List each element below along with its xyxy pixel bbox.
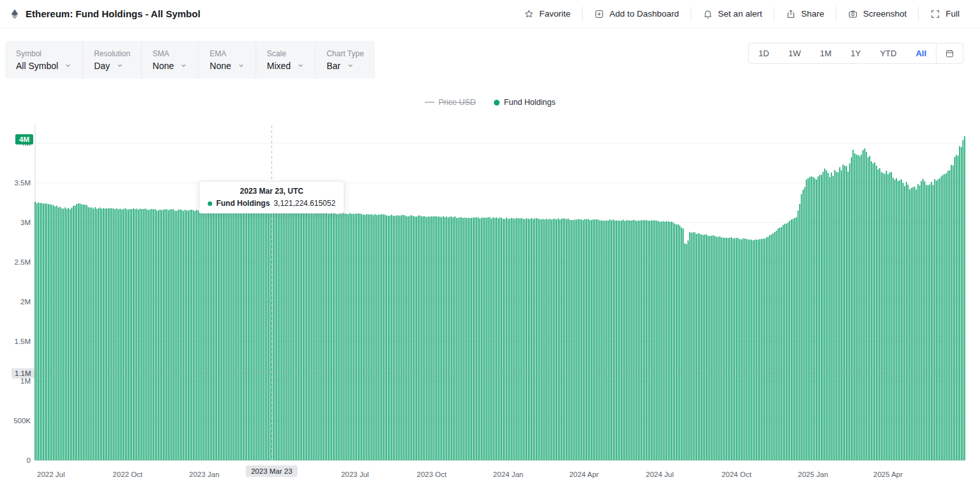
chevron-down-icon [238,62,245,69]
fund-holdings-chart-canvas[interactable] [0,121,980,470]
dropdown-resolution-label: Resolution [94,49,130,58]
legend-label-price-usd: Price USD [439,98,476,107]
x-axis-tick: 2024 Apr [569,471,599,478]
header-actions: Favorite Add to Dashboard Set an alert S… [512,6,971,22]
bell-icon [703,9,713,19]
camera-icon [848,9,858,19]
set-alert-label: Set an alert [718,9,762,19]
dropdown-scale[interactable]: Scale Mixed [256,41,315,79]
chevron-down-icon [65,62,72,69]
dropdown-chart-type-label: Chart Type [326,49,364,58]
share-button[interactable]: Share [774,6,836,22]
screenshot-button[interactable]: Screenshot [836,6,918,22]
tooltip-date: 2023 Mar 23, UTC [208,187,335,196]
screenshot-label: Screenshot [863,9,907,19]
dashboard-add-icon [594,9,604,19]
y-axis-tick: 3.5M [0,179,31,187]
range-button-1w[interactable]: 1W [779,43,811,63]
dropdown-scale-value: Mixed [267,61,291,71]
add-to-dashboard-label: Add to Dashboard [609,9,679,19]
range-button-1y[interactable]: 1Y [841,43,870,63]
x-axis-tick: 2025 Apr [873,471,903,478]
range-selector: 1D 1W 1M 1Y YTD All [748,43,963,64]
tooltip-series-dot-icon [208,201,212,206]
chevron-down-icon [347,62,354,69]
x-axis-tick: 2024 Oct [721,471,751,478]
calendar-icon [945,49,954,58]
dropdown-symbol-label: Symbol [16,49,72,58]
dropdown-chart-type[interactable]: Chart Type Bar [315,41,374,79]
range-button-1d[interactable]: 1D [749,43,779,63]
x-axis-tick: 2023 Jul [341,471,369,478]
dropdown-sma[interactable]: SMA None [141,41,198,79]
set-alert-button[interactable]: Set an alert [691,6,774,22]
x-axis-tick: 2023 Jan [189,471,219,478]
favorite-button[interactable]: Favorite [512,6,582,22]
dropdown-symbol-value: All Symbol [16,61,58,71]
range-button-ytd[interactable]: YTD [870,43,906,63]
y-axis-tick: 1M [0,377,31,385]
chevron-down-icon [116,62,123,69]
price-level-badge: 1.1M [11,368,34,379]
chevron-down-icon [297,62,304,69]
tooltip-value: 3,121,224.615052 [273,199,335,208]
x-axis-tick: 2024 Jan [493,471,523,478]
add-to-dashboard-button[interactable]: Add to Dashboard [582,6,691,22]
full-label: Full [946,9,960,19]
full-button[interactable]: Full [918,6,971,22]
range-button-all[interactable]: All [906,43,936,63]
dropdown-sma-label: SMA [153,49,187,58]
page-header: Ethereum: Fund Holdings - All Symbol Fav… [0,0,980,28]
chart-legend: Price USD Fund Holdings [0,98,980,107]
legend-item-fund-holdings[interactable]: Fund Holdings [494,98,556,107]
chart-area: 4M 1.1M 2023 Mar 23 2023 Mar 23, UTC Fun… [0,121,980,484]
dropdown-resolution-value: Day [94,61,110,71]
chart-tooltip: 2023 Mar 23, UTC Fund Holdings 3,121,224… [199,181,344,214]
line-marker-icon [425,102,434,103]
x-axis-tick: 2023 Oct [417,471,447,478]
x-axis-tick: 2024 Jul [646,471,673,478]
dropdown-resolution[interactable]: Resolution Day [82,41,141,79]
y-axis-tick: 500K [0,417,31,425]
calendar-button[interactable] [936,43,963,63]
chevron-down-icon [180,62,187,69]
chart-controls: Symbol All Symbol Resolution Day SMA Non… [5,41,375,79]
dropdown-ema[interactable]: EMA None [198,41,255,79]
y-axis-tick: 0 [0,457,31,464]
x-axis-tick: 2022 Oct [112,471,142,478]
x-axis-tick: 2022 Jul [37,471,65,478]
dropdown-ema-value: None [210,61,231,71]
last-value-badge: 4M [15,134,33,144]
ethereum-icon [9,8,20,20]
bars-series-fund-holdings [34,136,965,460]
dropdown-chart-type-value: Bar [326,61,341,71]
share-label: Share [801,9,824,19]
y-axis-tick: 1.5M [0,338,31,345]
dropdown-ema-label: EMA [210,49,244,58]
page-title: Ethereum: Fund Holdings - All Symbol [26,8,201,19]
range-button-1m[interactable]: 1M [810,43,841,63]
star-icon [524,9,534,19]
share-icon [786,9,796,19]
favorite-label: Favorite [539,9,570,19]
x-axis-tick: 2025 Jan [798,471,828,478]
y-axis-tick: 2.5M [0,258,31,266]
dropdown-symbol[interactable]: Symbol All Symbol [5,41,82,79]
tooltip-series-label: Fund Holdings [216,199,270,208]
legend-item-price-usd[interactable]: Price USD [425,98,476,107]
dropdown-scale-label: Scale [267,49,304,58]
y-axis-tick: 3M [0,219,31,226]
fullscreen-icon [930,9,940,19]
dropdown-sma-value: None [153,61,174,71]
y-axis-tick: 2M [0,298,31,306]
dot-marker-icon [494,100,500,105]
crosshair-date-badge: 2023 Mar 23 [246,465,298,477]
legend-label-fund-holdings: Fund Holdings [504,98,556,107]
